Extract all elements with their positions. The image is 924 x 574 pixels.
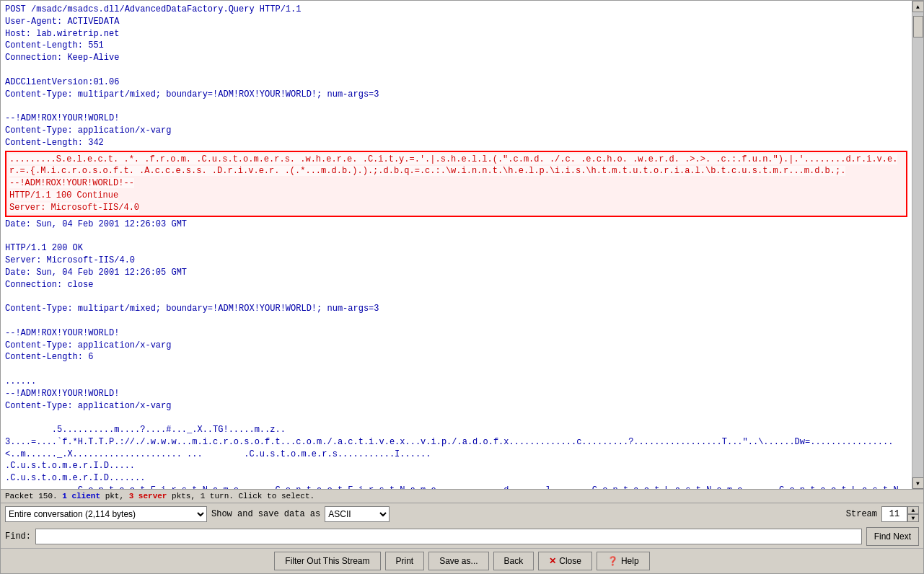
scroll-up-arrow[interactable]: ▲ (912, 1, 924, 12)
packet-info-text: Packet 150. (5, 492, 62, 500)
find-next-button[interactable]: Find Next (866, 527, 919, 546)
find-label: Find: (5, 531, 31, 542)
find-row: Find: Find Next (1, 525, 923, 548)
action-buttons-row: Filter Out This Stream Print Save as... … (1, 548, 923, 573)
stream-spinner[interactable]: ▲ ▼ (881, 506, 919, 522)
back-button[interactable]: Back (493, 552, 534, 570)
close-x-icon: ✕ (549, 556, 556, 566)
conversation-row: Entire conversation (2,114 bytes) Show a… (1, 503, 923, 525)
help-button[interactable]: ❓ Help (597, 552, 650, 570)
server-count: 3 server (129, 492, 167, 500)
stream-value-input[interactable] (881, 506, 907, 522)
format-select[interactable]: ASCII (325, 506, 390, 522)
vertical-scrollbar[interactable]: ▲ ▼ (912, 1, 923, 489)
stream-down-button[interactable]: ▼ (907, 514, 919, 522)
help-icon: ❓ (607, 556, 618, 566)
post-highlight-text: Date: Sun, 04 Feb 2001 12:26:03 GMT HTTP… (5, 218, 907, 489)
help-label: Help (621, 556, 639, 566)
stream-spin-buttons[interactable]: ▲ ▼ (907, 506, 919, 522)
pre-highlight-text: POST /msadc/msadcs.dll/AdvancedDataFacto… (5, 4, 907, 149)
show-save-label: Show and save data as (211, 509, 320, 519)
close-button[interactable]: ✕ Close (538, 552, 592, 570)
scroll-down-arrow[interactable]: ▼ (912, 477, 924, 489)
bottom-controls: Entire conversation (2,114 bytes) Show a… (1, 503, 923, 573)
highlighted-packet-block: .........S.e.l.e.c.t. .*. .f.r.o.m. .C.u… (5, 151, 907, 217)
save-as-button[interactable]: Save as... (428, 552, 488, 570)
stream-up-button[interactable]: ▲ (907, 506, 919, 514)
close-label: Close (559, 556, 581, 566)
scroll-thumb[interactable] (913, 16, 923, 37)
scroll-track[interactable] (912, 12, 924, 477)
pkts-label: pkt, (100, 492, 129, 500)
print-button[interactable]: Print (385, 552, 425, 570)
client-count: 1 client (62, 492, 100, 500)
packet-info-bar: Packet 150. 1 client pkt, 3 server pkts,… (1, 489, 923, 503)
stream-label: Stream (846, 509, 877, 519)
find-input[interactable] (35, 529, 862, 544)
conversation-select[interactable]: Entire conversation (2,114 bytes) (5, 506, 207, 522)
pkts-label2: pkts, 1 turn. Click to select. (167, 492, 314, 500)
highlighted-text: .........S.e.l.e.c.t. .*. .f.r.o.m. .C.u… (9, 154, 897, 213)
packet-content-area[interactable]: POST /msadc/msadcs.dll/AdvancedDataFacto… (1, 1, 912, 489)
filter-out-button[interactable]: Filter Out This Stream (274, 552, 380, 570)
